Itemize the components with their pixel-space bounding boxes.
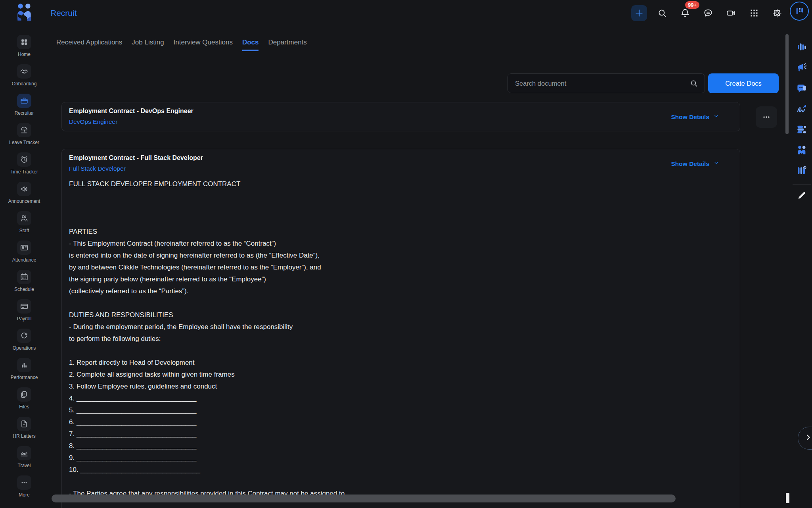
sidebar-item-label: Payroll <box>0 316 48 321</box>
sidebar-item-time-tracker[interactable]: Time Tracker <box>0 152 48 175</box>
contract-line: 3. Follow Employee rules, guidelines and… <box>69 381 664 393</box>
sidebar-item-announcement[interactable]: Announcement <box>0 182 48 204</box>
umbrella-icon <box>17 123 31 137</box>
contract-line <box>69 202 664 214</box>
bars-check-icon[interactable] <box>796 165 808 177</box>
bar-chart-icon <box>17 358 31 372</box>
doc-role-link[interactable]: Full Stack Developer <box>69 165 126 172</box>
task-rows-icon[interactable] <box>796 123 808 135</box>
sidebar-item-performance[interactable]: Performance <box>0 358 48 380</box>
search-icon[interactable] <box>689 79 698 88</box>
sidebar-item-attendance[interactable]: Attendance <box>0 241 48 263</box>
contract-line: 10. ________________________________ <box>69 464 664 476</box>
contract-line: is entered into on the date of signing h… <box>69 250 664 262</box>
rail-divider <box>793 185 811 185</box>
topbar-actions: 99+ <box>631 5 785 21</box>
contract-line: 2. Complete all assigned tasks within gi… <box>69 369 664 381</box>
megaphone-icon[interactable] <box>796 62 808 73</box>
scrollbar-thumb[interactable] <box>786 493 789 503</box>
sidebar-item-leave-tracker[interactable]: Leave Tracker <box>0 123 48 145</box>
contract-line: FULL STACK DEVELOPER EMPLOYMENT CONTRACT <box>69 178 664 190</box>
sidebar: HomeOnboardingRecruiterLeave TrackerTime… <box>0 28 48 508</box>
sidebar-item-recruiter[interactable]: Recruiter <box>0 94 48 116</box>
search-input[interactable] <box>508 80 689 87</box>
tab-received-applications[interactable]: Received Applications <box>56 38 122 51</box>
chevron-right-icon <box>804 433 812 443</box>
sidebar-item-label: Attendance <box>0 257 48 263</box>
tab-bar: Received ApplicationsJob ListingIntervie… <box>56 38 307 51</box>
tab-departments[interactable]: Departments <box>268 38 306 51</box>
sidebar-item-travel[interactable]: Travel <box>0 446 48 468</box>
gear-icon[interactable] <box>769 5 785 21</box>
letter-icon <box>17 417 31 431</box>
doc-title: Employment Contract - Full Stack Develop… <box>69 154 203 162</box>
sidebar-item-label: Operations <box>0 345 48 351</box>
show-details-button[interactable]: Show Details <box>671 113 719 121</box>
doc-card-devops: Employment Contract - DevOps Engineer De… <box>61 102 740 131</box>
vertical-scrollbar[interactable] <box>785 34 789 134</box>
speaker-icon <box>17 182 31 196</box>
doc-title: Employment Contract - DevOps Engineer <box>69 108 193 115</box>
contract-line: (collectively referred to as the “Partie… <box>69 285 664 297</box>
sidebar-item-home[interactable]: Home <box>0 35 48 57</box>
search-icon[interactable] <box>654 5 670 21</box>
show-details-button[interactable]: Show Details <box>671 160 719 167</box>
more-options-button[interactable] <box>756 106 777 128</box>
sidebar-item-files[interactable]: Files <box>0 387 48 410</box>
sidebar-item-more[interactable]: More <box>0 475 48 498</box>
sidebar-item-label: Time Tracker <box>0 169 48 175</box>
expand-rail-button[interactable] <box>798 427 812 450</box>
sidebar-item-hr-letters[interactable]: HR Letters <box>0 417 48 439</box>
chevron-down-icon <box>713 113 719 121</box>
contract-line: the signing party below (hereinafter ref… <box>69 273 664 285</box>
sidebar-item-onboarding[interactable]: Onboarding <box>0 64 48 87</box>
contract-line: 9. ________________________________ <box>69 452 664 464</box>
stats-bars-icon[interactable] <box>796 41 808 53</box>
people-duo-icon[interactable] <box>796 144 808 156</box>
contract-line <box>69 214 664 226</box>
apps-grid-icon[interactable] <box>746 5 762 21</box>
calendar-icon <box>17 270 31 284</box>
contract-line: - During the employment period, the Empl… <box>69 321 664 333</box>
sidebar-item-schedule[interactable]: Schedule <box>0 270 48 292</box>
video-icon[interactable] <box>723 5 739 21</box>
show-details-label: Show Details <box>671 160 709 167</box>
signature-icon[interactable] <box>796 103 808 115</box>
horizontal-scrollbar[interactable] <box>52 495 676 502</box>
chevron-down-icon <box>713 160 719 167</box>
id-card-icon <box>17 241 31 255</box>
sidebar-item-operations[interactable]: Operations <box>0 329 48 351</box>
contract-line: DUTIES AND RESPONSIBILITIES <box>69 309 664 321</box>
plus-icon[interactable] <box>631 5 647 21</box>
contract-line <box>69 345 664 357</box>
contract-line: 4. ________________________________ <box>69 393 664 404</box>
sidebar-item-label: Onboarding <box>0 81 48 87</box>
contract-line <box>69 190 664 202</box>
user-avatar[interactable] <box>790 2 809 21</box>
home-icon <box>17 35 31 49</box>
doc-card-fullstack: Employment Contract - Full Stack Develop… <box>61 149 740 508</box>
tab-interview-questions[interactable]: Interview Questions <box>174 38 233 51</box>
bell-icon[interactable]: 99+ <box>677 5 693 21</box>
chat-icon[interactable] <box>700 5 716 21</box>
sidebar-item-label: More <box>0 492 48 498</box>
sidebar-item-label: Staff <box>0 228 48 233</box>
app-title[interactable]: Recruit <box>50 8 77 18</box>
tab-docs[interactable]: Docs <box>242 38 259 51</box>
sidebar-item-label: HR Letters <box>0 433 48 439</box>
tab-job-listing[interactable]: Job Listing <box>132 38 164 51</box>
create-docs-button[interactable]: Create Docs <box>708 73 779 93</box>
sidebar-item-payroll[interactable]: Payroll <box>0 299 48 321</box>
alarm-clock-icon <box>17 152 31 167</box>
sidebar-item-label: Files <box>0 404 48 410</box>
doc-role-link[interactable]: DevOps Engineer <box>69 118 117 125</box>
recruit-logo-icon[interactable] <box>14 2 34 22</box>
pencil-icon[interactable] <box>796 190 807 201</box>
notification-badge: 99+ <box>685 1 699 9</box>
sidebar-item-staff[interactable]: Staff <box>0 211 48 233</box>
sidebar-item-label: Performance <box>0 375 48 380</box>
chat-bot-icon[interactable] <box>796 82 808 94</box>
contract-line: 1. Report directly to Head of Developmen… <box>69 357 664 369</box>
plane-icon <box>17 446 31 460</box>
sidebar-item-label: Announcement <box>0 198 48 204</box>
